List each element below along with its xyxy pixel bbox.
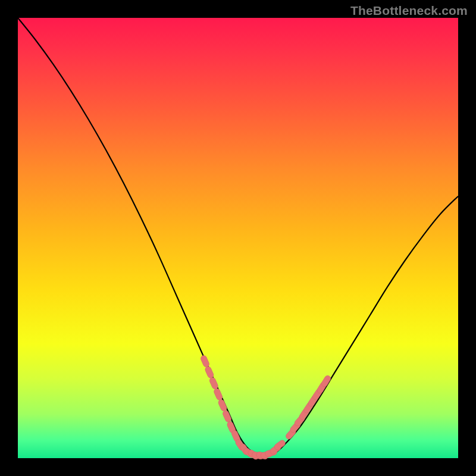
svg-rect-4 bbox=[217, 399, 227, 412]
watermark-text: TheBottleneck.com bbox=[350, 4, 468, 18]
marker-left bbox=[209, 377, 219, 390]
marker-left bbox=[217, 399, 227, 412]
chart-svg bbox=[18, 18, 458, 458]
marker-left bbox=[204, 366, 214, 379]
marker-left bbox=[213, 388, 223, 401]
chart-frame: TheBottleneck.com bbox=[0, 0, 476, 476]
svg-rect-2 bbox=[209, 377, 219, 390]
bottleneck-curve bbox=[18, 18, 458, 456]
svg-rect-3 bbox=[213, 388, 223, 401]
svg-rect-0 bbox=[200, 355, 210, 368]
plot-area bbox=[18, 18, 458, 458]
marker-layer bbox=[200, 355, 332, 461]
marker-left bbox=[200, 355, 210, 368]
svg-rect-1 bbox=[204, 366, 214, 379]
